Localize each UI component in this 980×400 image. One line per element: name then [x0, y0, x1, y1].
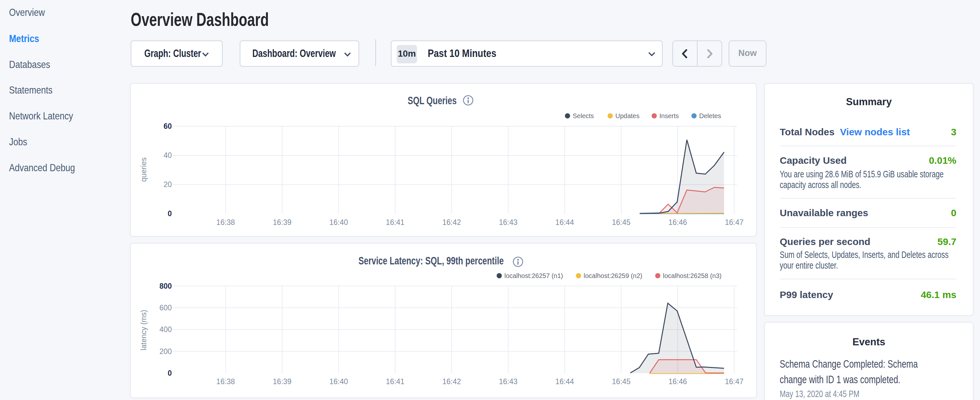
svg-text:40: 40 [163, 151, 172, 159]
svg-text:16:42: 16:42 [442, 377, 461, 386]
svg-text:60: 60 [163, 122, 172, 131]
svg-text:16:39: 16:39 [273, 218, 291, 226]
svg-text:16:44: 16:44 [555, 218, 574, 226]
svg-text:16:47: 16:47 [725, 218, 744, 226]
svg-text:16:40: 16:40 [329, 218, 348, 226]
svg-text:16:45: 16:45 [612, 218, 631, 226]
svg-text:16:47: 16:47 [725, 377, 744, 386]
svg-text:0: 0 [168, 369, 172, 377]
svg-text:16:43: 16:43 [499, 218, 518, 226]
svg-text:16:46: 16:46 [668, 377, 687, 386]
svg-text:600: 600 [159, 304, 172, 312]
svg-text:queries: queries [140, 157, 148, 182]
svg-text:400: 400 [159, 325, 172, 334]
svg-text:0: 0 [168, 209, 172, 218]
svg-text:16:39: 16:39 [273, 377, 291, 386]
svg-text:800: 800 [159, 282, 172, 290]
svg-text:16:38: 16:38 [216, 377, 235, 386]
svg-text:16:40: 16:40 [329, 377, 348, 386]
svg-text:16:44: 16:44 [555, 377, 574, 386]
svg-text:20: 20 [163, 180, 172, 189]
svg-text:16:42: 16:42 [442, 218, 461, 226]
svg-text:latency (ms): latency (ms) [140, 310, 148, 350]
svg-text:16:41: 16:41 [386, 218, 405, 226]
svg-text:16:38: 16:38 [216, 218, 235, 226]
svg-text:16:45: 16:45 [612, 377, 631, 386]
svg-text:16:41: 16:41 [386, 377, 405, 386]
svg-text:200: 200 [159, 347, 172, 356]
svg-text:16:43: 16:43 [499, 377, 518, 386]
svg-text:16:46: 16:46 [668, 218, 687, 226]
